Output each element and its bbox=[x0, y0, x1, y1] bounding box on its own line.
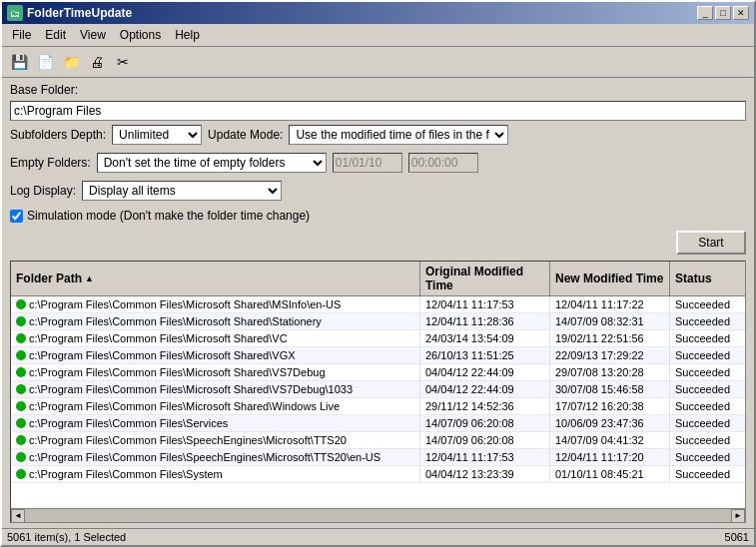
status-bar: 5061 item(s), 1 Selected 5061 bbox=[2, 528, 754, 545]
table-row[interactable]: c:\Program Files\Common Files\Microsoft … bbox=[11, 364, 745, 381]
scroll-left-button[interactable]: ◄ bbox=[11, 509, 25, 523]
subfolders-select[interactable]: Unlimited 123 bbox=[112, 125, 202, 145]
main-window: 🗂 FolderTimeUpdate _ □ ✕ File Edit View … bbox=[0, 0, 756, 547]
menu-options[interactable]: Options bbox=[114, 26, 167, 44]
col-folder-path[interactable]: Folder Path ▲ bbox=[11, 262, 420, 295]
cut-toolbar-button[interactable]: ✂ bbox=[111, 50, 135, 74]
cell-status: Succeeded bbox=[670, 364, 745, 380]
menu-edit[interactable]: Edit bbox=[39, 26, 72, 44]
cell-new-time: 01/10/11 08:45:21 bbox=[550, 466, 670, 482]
menu-help[interactable]: Help bbox=[169, 26, 206, 44]
table-row[interactable]: c:\Program Files\Common Files\Microsoft … bbox=[11, 347, 745, 364]
cell-new-time: 12/04/11 11:17:22 bbox=[550, 296, 670, 312]
simulation-checkbox[interactable] bbox=[10, 210, 23, 223]
title-bar: 🗂 FolderTimeUpdate _ □ ✕ bbox=[2, 2, 754, 24]
base-folder-row: Base Folder: bbox=[10, 83, 746, 97]
cell-new-time: 12/04/11 11:17:20 bbox=[550, 449, 670, 465]
menu-view[interactable]: View bbox=[74, 26, 112, 44]
status-dot bbox=[16, 333, 26, 343]
update-mode-select[interactable]: Use the modified time of files in the fo… bbox=[289, 125, 508, 145]
cell-new-time: 14/07/09 04:41:32 bbox=[550, 432, 670, 448]
cell-new-time: 30/07/08 15:46:58 bbox=[550, 381, 670, 397]
log-display-select[interactable]: Display all items Display errors only Do… bbox=[82, 181, 282, 201]
cell-path: c:\Program Files\Common Files\Microsoft … bbox=[11, 364, 420, 380]
date-input bbox=[333, 153, 402, 173]
minimize-button[interactable]: _ bbox=[697, 6, 713, 20]
cell-new-time: 29/07/08 13:20:28 bbox=[550, 364, 670, 380]
cell-status: Succeeded bbox=[670, 296, 745, 312]
horizontal-scrollbar[interactable]: ◄ ► bbox=[11, 508, 745, 522]
time-input bbox=[408, 153, 478, 173]
window-title: FolderTimeUpdate bbox=[27, 6, 132, 20]
table-row[interactable]: c:\Program Files\Common Files\System 04/… bbox=[11, 466, 745, 483]
simulation-row: Simulation mode (Don't make the folder t… bbox=[10, 209, 746, 223]
cell-path: c:\Program Files\Common Files\System bbox=[11, 466, 420, 482]
cell-status: Succeeded bbox=[670, 330, 745, 346]
cell-path: c:\Program Files\Common Files\Microsoft … bbox=[11, 398, 420, 414]
status-dot bbox=[16, 316, 26, 326]
cell-original-time: 04/04/12 22:44:09 bbox=[420, 381, 550, 397]
results-table-container: Folder Path ▲ Original Modified Time New… bbox=[10, 261, 746, 523]
cell-status: Succeeded bbox=[670, 415, 745, 431]
status-dot bbox=[16, 452, 26, 462]
menu-bar: File Edit View Options Help bbox=[2, 24, 754, 47]
title-bar-left: 🗂 FolderTimeUpdate bbox=[7, 5, 132, 21]
app-icon: 🗂 bbox=[7, 5, 23, 21]
status-dot bbox=[16, 401, 26, 411]
cell-path: c:\Program Files\Common Files\Services bbox=[11, 415, 420, 431]
cell-status: Succeeded bbox=[670, 398, 745, 414]
col-status[interactable]: Status bbox=[670, 262, 746, 295]
empty-folders-select[interactable]: Don't set the time of empty folders bbox=[97, 153, 327, 173]
table-body[interactable]: c:\Program Files\Common Files\Microsoft … bbox=[11, 296, 745, 508]
base-folder-input[interactable] bbox=[10, 101, 746, 121]
empty-folders-label: Empty Folders: bbox=[10, 156, 91, 170]
cell-new-time: 19/02/11 22:51:56 bbox=[550, 330, 670, 346]
toolbar: 💾 📄 📁 🖨 ✂ bbox=[2, 47, 754, 78]
cell-status: Succeeded bbox=[670, 449, 745, 465]
status-dot bbox=[16, 299, 26, 309]
cell-original-time: 29/11/12 14:52:36 bbox=[420, 398, 550, 414]
menu-file[interactable]: File bbox=[6, 26, 37, 44]
table-row[interactable]: c:\Program Files\Common Files\Microsoft … bbox=[11, 330, 745, 347]
subfolders-row: Subfolders Depth: Unlimited 123 Update M… bbox=[10, 125, 746, 145]
table-row[interactable]: c:\Program Files\Common Files\Microsoft … bbox=[11, 398, 745, 415]
cell-original-time: 26/10/13 11:51:25 bbox=[420, 347, 550, 363]
table-row[interactable]: c:\Program Files\Common Files\Services 1… bbox=[11, 415, 745, 432]
status-dot bbox=[16, 384, 26, 394]
cell-original-time: 12/04/11 11:28:36 bbox=[420, 313, 550, 329]
title-buttons: _ □ ✕ bbox=[697, 6, 749, 20]
cell-original-time: 24/03/14 13:54:09 bbox=[420, 330, 550, 346]
maximize-button[interactable]: □ bbox=[715, 6, 731, 20]
table-row[interactable]: c:\Program Files\Common Files\Microsoft … bbox=[11, 381, 745, 398]
start-row: Start bbox=[10, 231, 746, 255]
scroll-right-button[interactable]: ► bbox=[731, 509, 745, 523]
status-dot bbox=[16, 469, 26, 479]
log-display-label: Log Display: bbox=[10, 184, 76, 198]
start-button[interactable]: Start bbox=[676, 231, 746, 255]
subfolders-label: Subfolders Depth: bbox=[10, 128, 106, 142]
table-row[interactable]: c:\Program Files\Common Files\SpeechEngi… bbox=[11, 432, 745, 449]
status-dot bbox=[16, 367, 26, 377]
cell-path: c:\Program Files\Common Files\Microsoft … bbox=[11, 330, 420, 346]
col-original-time[interactable]: Original Modified Time bbox=[420, 262, 550, 295]
print-toolbar-button[interactable]: 🖨 bbox=[85, 50, 109, 74]
new-toolbar-button[interactable]: 📄 bbox=[33, 50, 57, 74]
col-new-time[interactable]: New Modified Time bbox=[550, 262, 670, 295]
table-row[interactable]: c:\Program Files\Common Files\Microsoft … bbox=[11, 296, 745, 313]
base-folder-label: Base Folder: bbox=[10, 83, 78, 97]
table-row[interactable]: c:\Program Files\Common Files\SpeechEngi… bbox=[11, 449, 745, 466]
status-dot bbox=[16, 418, 26, 428]
cell-status: Succeeded bbox=[670, 313, 745, 329]
cell-original-time: 14/07/09 06:20:08 bbox=[420, 415, 550, 431]
status-count: 5061 bbox=[725, 531, 749, 543]
open-toolbar-button[interactable]: 📁 bbox=[59, 50, 83, 74]
cell-original-time: 12/04/11 11:17:53 bbox=[420, 449, 550, 465]
save-toolbar-button[interactable]: 💾 bbox=[7, 50, 31, 74]
update-mode-label: Update Mode: bbox=[208, 128, 283, 142]
status-items-text: 5061 item(s), 1 Selected bbox=[7, 531, 126, 543]
cell-status: Succeeded bbox=[670, 381, 745, 397]
cell-path: c:\Program Files\Common Files\Microsoft … bbox=[11, 313, 420, 329]
close-button[interactable]: ✕ bbox=[733, 6, 749, 20]
table-row[interactable]: c:\Program Files\Common Files\Microsoft … bbox=[11, 313, 745, 330]
cell-original-time: 12/04/11 11:17:53 bbox=[420, 296, 550, 312]
